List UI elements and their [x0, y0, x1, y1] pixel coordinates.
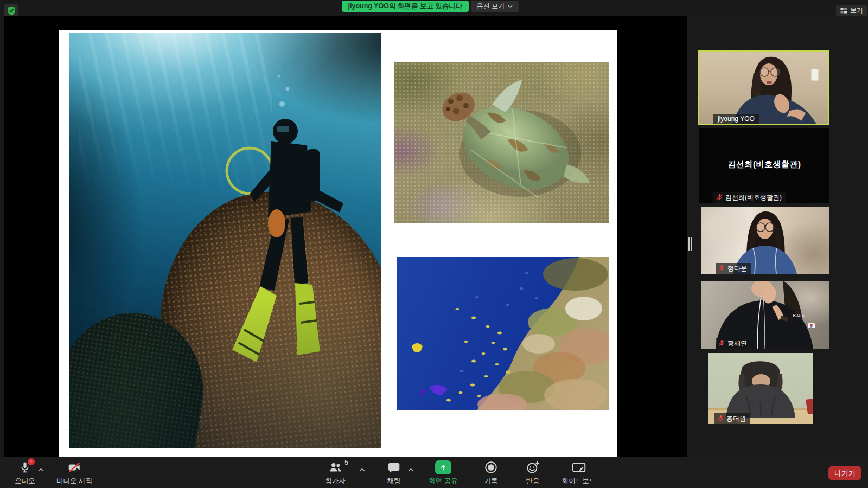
muted-mic-icon	[718, 265, 725, 272]
start-video-button[interactable]: 비디오 시작	[48, 460, 100, 486]
chat-bubble-icon	[387, 460, 401, 474]
audio-options-chevron[interactable]	[38, 464, 44, 474]
view-options-label: 옵션 보기	[477, 2, 505, 11]
record-icon	[484, 460, 498, 474]
participant-3-name: 정다운	[727, 265, 747, 272]
audio-label: 오디오	[15, 477, 35, 486]
participant-1-figure	[699, 52, 828, 124]
view-layout-label: 보기	[850, 6, 863, 15]
scuba-diver-photo	[69, 33, 381, 448]
participants-button[interactable]: 5 참가자	[309, 460, 361, 486]
participant-4-name: 황세연	[727, 340, 747, 346]
gallery-grid-icon	[840, 8, 847, 14]
shared-screen-stage	[4, 16, 687, 457]
reactions-label: 반응	[526, 477, 540, 486]
shared-slide	[59, 30, 617, 457]
view-options-button[interactable]: 옵션 보기	[471, 1, 519, 12]
view-layout-button[interactable]: 보기	[836, 5, 867, 16]
participant-5-name-tag: 홍더원	[714, 413, 750, 424]
participants-options-chevron[interactable]	[359, 464, 365, 474]
muted-mic-icon	[717, 415, 724, 422]
participant-3-name-tag: 정다운	[716, 263, 751, 274]
share-screen-button[interactable]: 화면 공유	[417, 460, 469, 486]
participants-label: 참가자	[325, 477, 346, 486]
share-screen-label: 화면 공유	[429, 477, 457, 486]
participant-video-jiyoung-yoo[interactable]: jiyoung YOO	[698, 50, 829, 125]
video-off-icon	[67, 460, 82, 474]
meeting-toolbar: ! 오디오 비디오 시작 5 참가자	[0, 457, 868, 488]
leave-meeting-button[interactable]: 나가기	[828, 466, 861, 480]
reactions-button[interactable]: 반응	[507, 460, 559, 486]
chat-label: 채팅	[387, 477, 401, 486]
participant-5-name: 홍더원	[726, 415, 746, 422]
participant-1-name: jiyoung YOO	[718, 115, 755, 122]
leave-meeting-label: 나가기	[834, 468, 856, 478]
sea-turtle-figure	[394, 62, 609, 223]
participant-video-off-kim-sunhee[interactable]: 김선희(비호생활관) 김선희(비호생활관)	[699, 128, 829, 203]
participants-icon	[328, 460, 343, 474]
whiteboard-button[interactable]: 화이트보드	[553, 460, 605, 486]
shirt-text: R.O.K	[793, 313, 805, 318]
screen-share-banner: jiyoung YOO의 화면을 보고 있습니다	[342, 1, 469, 12]
panel-resize-handle[interactable]	[688, 237, 690, 251]
coral-reef-photo	[397, 257, 609, 410]
participant-2-name-tag: 김선희(비호생활관)	[713, 192, 786, 203]
participant-video-hong-deowon[interactable]: 홍더원	[708, 353, 813, 424]
share-screen-icon	[435, 460, 451, 474]
participant-2-name: 김선희(비호생활관)	[725, 194, 782, 201]
whiteboard-label: 화이트보드	[562, 477, 596, 486]
participant-1-name-tag: jiyoung YOO	[713, 114, 759, 124]
coral-reef-wall	[397, 257, 609, 410]
zoom-meeting-window: { "topbar": { "banner": "jiyoung YOO의 화면…	[0, 0, 868, 488]
panel-resize-handle-bar[interactable]	[691, 237, 692, 251]
participant-4-name-tag: 황세연	[716, 338, 751, 349]
sea-turtle-photo	[394, 62, 609, 223]
participant-2-center-name: 김선희(비호생활관)	[699, 159, 829, 170]
participant-video-jung-dawoon[interactable]: 정다운	[701, 207, 829, 274]
shield-check-icon	[7, 6, 16, 16]
water-fog-overlay	[69, 261, 381, 448]
screen-share-banner-text: jiyoung YOO의 화면을 보고 있습니다	[348, 2, 463, 11]
chat-options-chevron[interactable]	[408, 464, 414, 474]
start-video-label: 비디오 시작	[56, 477, 92, 486]
chevron-down-icon	[508, 5, 513, 8]
muted-mic-icon	[718, 339, 725, 346]
whiteboard-icon	[571, 460, 586, 474]
muted-mic-icon	[716, 194, 723, 201]
participants-count: 5	[344, 459, 348, 466]
participants-panel: jiyoung YOO 김선희(비호생활관) 김선희(비호생활관)	[687, 16, 868, 457]
participant-video-hwang-seyeon[interactable]: R.O.K 황세연	[701, 281, 829, 349]
record-label: 기록	[484, 477, 498, 486]
audio-alert-badge: !	[28, 458, 35, 465]
reactions-smiley-icon	[526, 460, 540, 474]
